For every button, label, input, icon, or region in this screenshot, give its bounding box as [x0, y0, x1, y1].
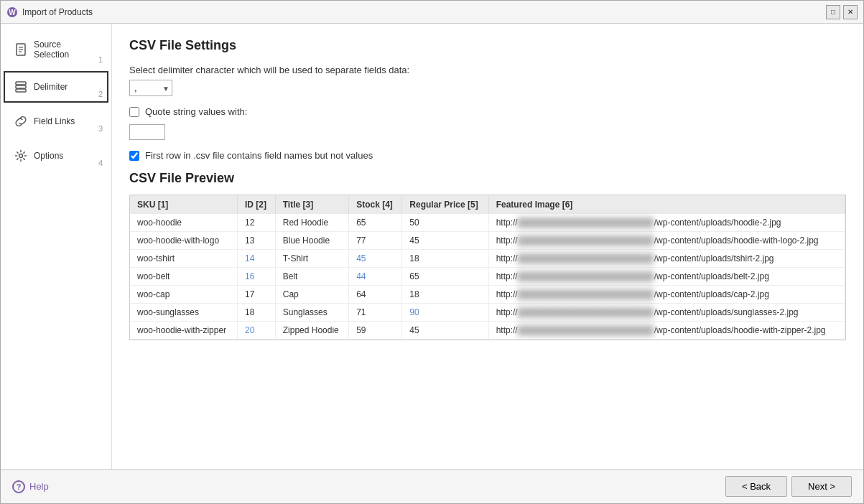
cell-id: 20: [238, 322, 276, 340]
delimiter-select-wrapper: , ; \t | ▼: [129, 80, 172, 96]
delimiter-label: Delimiter: [34, 82, 68, 92]
sidebar-item-source-selection[interactable]: Source Selection 1: [4, 31, 108, 68]
table-row: woo-cap 17 Cap 64 18 http://████████████…: [130, 286, 845, 304]
quote-checkbox-row: Quote string values with:: [129, 106, 846, 117]
first-row-checkbox-row: First row in .csv file contains field na…: [129, 150, 846, 161]
delimiter-description: Select delimiter character which will be…: [129, 65, 846, 75]
cell-price: 65: [402, 268, 488, 286]
footer: ? Help < Back Next >: [1, 469, 863, 503]
nav-buttons: < Back Next >: [725, 476, 852, 497]
cell-title: Zipped Hoodie: [275, 322, 348, 340]
window-title: Import of Products: [22, 7, 826, 17]
cell-title: Blue Hoodie: [275, 232, 348, 250]
cell-price: 45: [402, 232, 488, 250]
help-label: Help: [29, 481, 49, 492]
cell-title: Cap: [275, 286, 348, 304]
cell-price: 18: [402, 250, 488, 268]
first-row-label: First row in .csv file contains field na…: [145, 150, 373, 161]
table-row: woo-tshirt 14 T-Shirt 45 18 http://█████…: [130, 250, 845, 268]
cell-title: Red Hoodie: [275, 214, 348, 232]
cell-sku: woo-sunglasses: [130, 304, 238, 322]
cell-stock: 71: [349, 304, 402, 322]
col-header-sku: SKU [1]: [130, 195, 238, 214]
table-row: woo-hoodie 12 Red Hoodie 65 50 http://██…: [130, 214, 845, 232]
close-button[interactable]: ✕: [843, 5, 858, 19]
preview-table-wrapper: SKU [1] ID [2] Title [3] Stock [4] Regul…: [129, 195, 846, 340]
step-3-num: 3: [98, 124, 103, 133]
doc-icon: [14, 42, 28, 57]
cell-stock: 77: [349, 232, 402, 250]
cell-sku: woo-belt: [130, 268, 238, 286]
cell-id: 14: [238, 250, 276, 268]
sidebar-item-delimiter[interactable]: Delimiter 2: [4, 71, 108, 103]
cell-image: http://████████████████████/wp-content/u…: [488, 304, 845, 322]
cell-image: http://████████████████████/wp-content/u…: [488, 232, 845, 250]
delimiter-select[interactable]: , ; \t |: [129, 80, 172, 96]
quote-checkbox[interactable]: [129, 107, 139, 117]
step-2-num: 2: [98, 90, 103, 98]
col-header-stock: Stock [4]: [349, 195, 402, 214]
gear-icon: [14, 149, 28, 163]
main-content: CSV File Settings Select delimiter chara…: [112, 24, 863, 469]
cell-sku: woo-hoodie-with-zipper: [130, 322, 238, 340]
first-row-checkbox[interactable]: [129, 151, 139, 161]
cell-sku: woo-hoodie-with-logo: [130, 232, 238, 250]
cell-stock: 59: [349, 322, 402, 340]
field-links-label: Field Links: [34, 116, 75, 126]
col-header-title: Title [3]: [275, 195, 348, 214]
csv-settings-title: CSV File Settings: [129, 38, 846, 53]
svg-rect-6: [16, 82, 26, 85]
cell-price: 18: [402, 286, 488, 304]
col-header-id: ID [2]: [238, 195, 276, 214]
maximize-button[interactable]: □: [826, 5, 840, 19]
back-button[interactable]: < Back: [725, 476, 787, 497]
title-bar: W Import of Products □ ✕: [1, 1, 863, 24]
table-row: woo-sunglasses 18 Sunglasses 71 90 http:…: [130, 304, 845, 322]
sidebar-item-field-links[interactable]: Field Links 3: [4, 106, 108, 137]
cell-id: 16: [238, 268, 276, 286]
cell-image: http://████████████████████/wp-content/u…: [488, 286, 845, 304]
cell-sku: woo-cap: [130, 286, 238, 304]
sidebar-item-options[interactable]: Options 4: [4, 140, 108, 172]
cell-price: 50: [402, 214, 488, 232]
cell-price: 90: [402, 304, 488, 322]
cell-image: http://████████████████████/wp-content/u…: [488, 214, 845, 232]
cell-stock: 65: [349, 214, 402, 232]
table-header-row: SKU [1] ID [2] Title [3] Stock [4] Regul…: [130, 195, 845, 214]
table-row: woo-belt 16 Belt 44 65 http://██████████…: [130, 268, 845, 286]
content-area: Source Selection 1 Delimiter 2: [1, 24, 863, 469]
svg-rect-7: [16, 85, 26, 88]
source-selection-label: Source Selection: [34, 39, 98, 60]
cell-stock: 44: [349, 268, 402, 286]
cell-id: 12: [238, 214, 276, 232]
preview-table: SKU [1] ID [2] Title [3] Stock [4] Regul…: [130, 195, 845, 340]
cell-image: http://████████████████████/wp-content/u…: [488, 250, 845, 268]
step-1-num: 1: [98, 55, 103, 64]
cell-id: 18: [238, 304, 276, 322]
cell-title: Belt: [275, 268, 348, 286]
quote-setting: Quote string values with:: [129, 106, 846, 140]
cell-title: Sunglasses: [275, 304, 348, 322]
options-label: Options: [34, 151, 63, 161]
next-button[interactable]: Next >: [791, 476, 852, 497]
cell-title: T-Shirt: [275, 250, 348, 268]
quote-input[interactable]: [129, 124, 165, 140]
cell-image: http://████████████████████/wp-content/u…: [488, 322, 845, 340]
col-header-price: Regular Price [5]: [402, 195, 488, 214]
help-section[interactable]: ? Help: [12, 480, 49, 493]
cell-id: 13: [238, 232, 276, 250]
svg-text:W: W: [9, 9, 16, 17]
table-body: woo-hoodie 12 Red Hoodie 65 50 http://██…: [130, 214, 845, 340]
sidebar: Source Selection 1 Delimiter 2: [1, 24, 112, 469]
cell-sku: woo-hoodie: [130, 214, 238, 232]
db-icon: [14, 80, 28, 94]
delimiter-setting: Select delimiter character which will be…: [129, 65, 846, 96]
cell-stock: 45: [349, 250, 402, 268]
cell-price: 45: [402, 322, 488, 340]
main-window: W Import of Products □ ✕ Sou: [0, 0, 864, 504]
table-row: woo-hoodie-with-zipper 20 Zipped Hoodie …: [130, 322, 845, 340]
app-icon: W: [6, 6, 18, 18]
step-4-num: 4: [98, 159, 103, 167]
cell-sku: woo-tshirt: [130, 250, 238, 268]
table-row: woo-hoodie-with-logo 13 Blue Hoodie 77 4…: [130, 232, 845, 250]
